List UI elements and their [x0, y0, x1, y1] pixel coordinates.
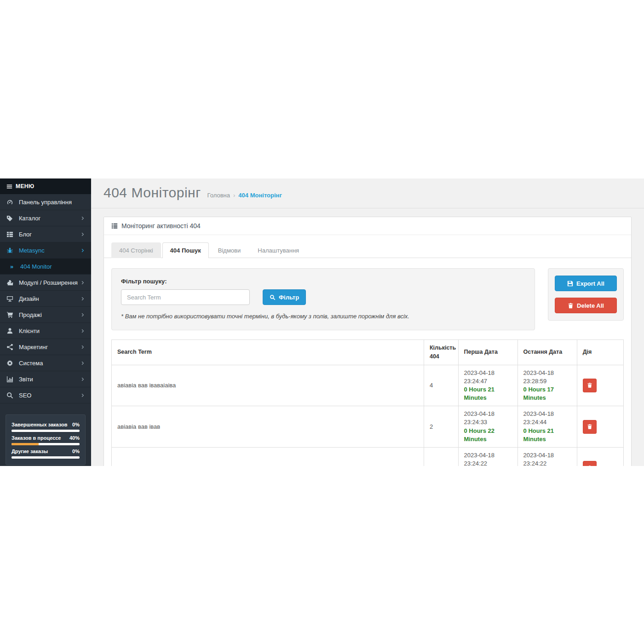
- cart-icon: [6, 311, 19, 318]
- delete-row-button[interactable]: [583, 461, 597, 466]
- menu-header-label: МЕНЮ: [16, 183, 34, 190]
- sidebar-item-catalog[interactable]: Каталог: [0, 210, 91, 226]
- sidebar-item-label: Звіти: [19, 376, 33, 383]
- bug-icon: [6, 247, 19, 254]
- delete-all-button[interactable]: Delete All: [555, 298, 617, 313]
- elapsed-value: 0 Hours 17 Minutes: [523, 385, 571, 402]
- sidebar-item-reports[interactable]: Звіти: [0, 371, 91, 387]
- user-icon: [6, 328, 19, 334]
- chevron-right-icon: [81, 232, 85, 236]
- delete-row-button[interactable]: [583, 420, 597, 434]
- sidebar-item-customers[interactable]: Клієнти: [0, 323, 91, 339]
- filter-well: Фільтр пошуку: Фільтр * Вам не потрібно …: [111, 268, 535, 330]
- panel-heading: Моніторинг активності 404: [104, 217, 631, 235]
- sidebar-item-blog[interactable]: Блог: [0, 226, 91, 242]
- cell-last-date: 2023-04-18 23:24:440 Hours 21 Minutes: [518, 406, 577, 448]
- page-header: 404 Моніторінг Головна › 404 Моніторінг: [91, 178, 644, 208]
- hamburger-icon: [6, 184, 12, 190]
- elapsed-value: 0 Hours 22 Minutes: [464, 427, 512, 443]
- admin-app: МЕНЮ Панель управління Каталог Блог Meta…: [0, 178, 644, 466]
- tab-404-pages[interactable]: 404 Сторінкі: [111, 242, 161, 258]
- sidebar-item-seo[interactable]: SEO: [0, 387, 91, 403]
- results-table-wrap: Search Term Кількість 404 Перша Дата Ост…: [111, 339, 624, 466]
- chevron-right-icon: [81, 216, 85, 220]
- gear-icon: [6, 360, 19, 367]
- stat-value: 0%: [72, 422, 80, 427]
- breadcrumb-current[interactable]: 404 Моніторінг: [238, 192, 282, 199]
- filter-button-label: Фільтр: [279, 294, 299, 301]
- cell-term: авіавіа вав іваваіаіва: [112, 365, 424, 406]
- table-row: авіавіа вав івав 2 2023-04-18 23:24:330 …: [112, 406, 624, 448]
- sidebar-item-label: Дизайн: [19, 295, 39, 302]
- filter-note: * Вам не потрібно використовувати точні …: [121, 313, 525, 320]
- sidebar-item-label: Система: [19, 360, 43, 367]
- filter-button[interactable]: Фільтр: [263, 289, 306, 305]
- cell-first-date: 2023-04-18 23:24:470 Hours 21 Minutes: [458, 365, 518, 406]
- menu-header: МЕНЮ: [0, 178, 91, 194]
- bar-chart-icon: [6, 376, 19, 383]
- stat-other-orders: Другие заказы 0%: [12, 448, 80, 454]
- list-icon: [111, 223, 118, 229]
- breadcrumb-home[interactable]: Головна: [207, 192, 230, 199]
- export-panel: Export All Delete All: [548, 268, 624, 321]
- chevron-right-icon: [81, 281, 85, 285]
- order-stats-panel: Завершенных заказов 0% Заказов в процесс…: [6, 414, 86, 465]
- sidebar-item-label: Маркетинг: [19, 344, 48, 351]
- chevron-right-icon: [81, 361, 85, 365]
- cell-last-date: 2023-04-18 23:24:220 Hours 22 Minutes: [518, 448, 577, 466]
- date-value: 2023-04-18 23:24:22: [464, 451, 512, 466]
- filter-label: Фільтр пошуку:: [121, 278, 525, 285]
- sidebar-item-sales[interactable]: Продажі: [0, 307, 91, 323]
- export-all-button[interactable]: Export All: [555, 276, 617, 291]
- sidebar-item-marketing[interactable]: Маркетинг: [0, 339, 91, 355]
- chevron-right-icon: [81, 377, 85, 381]
- table-row: авіавіа вав іваваіаіва 4 2023-04-18 23:2…: [112, 365, 624, 406]
- sidebar-item-label: Клієнти: [19, 328, 40, 334]
- cell-last-date: 2023-04-18 23:28:590 Hours 17 Minutes: [518, 365, 577, 406]
- cell-count: 1: [424, 448, 458, 466]
- breadcrumb: Головна › 404 Моніторінг: [207, 192, 282, 199]
- export-all-label: Export All: [576, 280, 604, 287]
- stat-processing-orders: Заказов в процессе 40%: [12, 435, 80, 441]
- sidebar-item-label: SEO: [19, 392, 31, 399]
- stat-label: Другие заказы: [12, 448, 48, 454]
- chevron-right-icon: [81, 329, 85, 333]
- monitoring-panel: Моніторинг активності 404 404 Сторінкі 4…: [104, 217, 632, 466]
- col-action: Дія: [577, 340, 623, 365]
- progress-bar: [12, 443, 80, 445]
- sidebar-item-label: Продажі: [19, 311, 42, 318]
- stat-label: Завершенных заказов: [12, 422, 67, 427]
- search-term-input[interactable]: [121, 289, 250, 305]
- sidebar-item-system[interactable]: Система: [0, 355, 91, 371]
- cell-term: авіавіа вав івав: [112, 406, 424, 448]
- trash-icon: [587, 424, 592, 430]
- cell-term: fsdfdsf: [112, 448, 424, 466]
- chevron-right-icon: [81, 248, 85, 253]
- col-count-404: Кількість 404: [424, 340, 458, 365]
- col-last-date: Остання Дата: [518, 340, 577, 365]
- date-value: 2023-04-18 23:24:22: [523, 451, 571, 466]
- chevron-right-icon: [81, 297, 85, 301]
- sidebar-item-design[interactable]: Дизайн: [0, 291, 91, 307]
- double-angle-right-icon: »: [10, 263, 20, 270]
- delete-row-button[interactable]: [583, 379, 597, 392]
- sidebar-item-404-monitor[interactable]: » 404 Monitor: [0, 259, 91, 275]
- page-title: 404 Моніторінг: [104, 185, 201, 201]
- sidebar-item-label: Каталог: [19, 215, 40, 222]
- cell-action: [577, 406, 623, 448]
- cell-first-date: 2023-04-18 23:24:330 Hours 22 Minutes: [458, 406, 518, 448]
- tab-bounces[interactable]: Відмови: [210, 242, 248, 258]
- date-value: 2023-04-18 23:28:59: [523, 369, 571, 385]
- sidebar-item-dashboard[interactable]: Панель управління: [0, 194, 91, 210]
- stat-value: 0%: [72, 448, 80, 454]
- col-first-date: Перша Дата: [458, 340, 518, 365]
- table-row: fsdfdsf 1 2023-04-18 23:24:220 Hours 22 …: [112, 448, 624, 466]
- tab-404-search[interactable]: 404 Пошук: [162, 242, 209, 258]
- tab-bar: 404 Сторінкі 404 Пошук Відмови Налаштува…: [104, 235, 631, 258]
- tab-settings[interactable]: Налаштування: [250, 242, 307, 258]
- sidebar-item-label: Metasync: [19, 247, 45, 254]
- sidebar-item-extensions[interactable]: Модулі / Розширення: [0, 275, 91, 291]
- progress-fill: [12, 443, 39, 445]
- cell-count: 2: [424, 406, 458, 448]
- sidebar-item-metasync[interactable]: Metasync: [0, 242, 91, 259]
